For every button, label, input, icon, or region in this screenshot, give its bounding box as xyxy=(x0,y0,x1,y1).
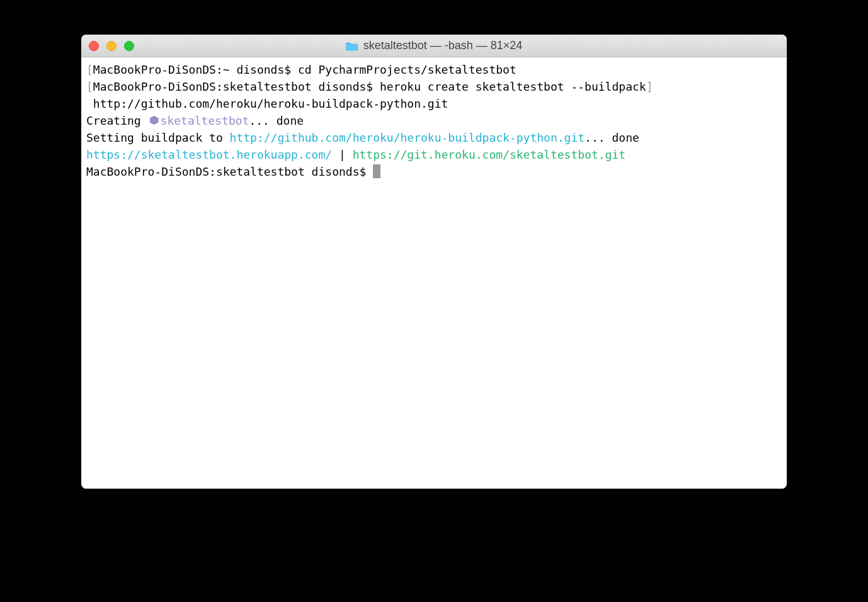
terminal-line: http://github.com/heroku/heroku-buildpac… xyxy=(86,95,782,112)
prompt-text: MacBookPro-DiSonDS:sketaltestbot disonds… xyxy=(86,165,373,178)
separator: | xyxy=(332,148,353,161)
prompt-text: MacBookPro-DiSonDS:sketaltestbot disonds… xyxy=(93,80,380,93)
output-text: Setting buildpack to xyxy=(86,131,230,144)
window-title: sketaltestbot — -bash — 81×24 xyxy=(363,39,523,52)
app-name: sketaltestbot xyxy=(161,114,249,127)
bracket-close: ] xyxy=(646,80,653,93)
folder-icon xyxy=(346,41,358,51)
terminal-line: [MacBookPro-DiSonDS:sketaltestbot disond… xyxy=(86,78,782,95)
terminal-line: MacBookPro-DiSonDS:sketaltestbot disonds… xyxy=(86,163,782,180)
terminal-line: [MacBookPro-DiSonDS:~ disonds$ cd Pychar… xyxy=(86,61,782,78)
titlebar[interactable]: sketaltestbot — -bash — 81×24 xyxy=(81,35,787,57)
terminal-line: Setting buildpack to http://github.com/h… xyxy=(86,129,782,146)
app-url: https://sketaltestbot.herokuapp.com/ xyxy=(86,148,332,161)
output-text: ... done xyxy=(585,131,639,144)
command-text: cd PycharmProjects/sketaltestbot xyxy=(298,63,517,76)
prompt-text: MacBookPro-DiSonDS:~ disonds$ xyxy=(93,63,298,76)
git-url: https://git.heroku.com/sketaltestbot.git xyxy=(353,148,625,161)
output-text: Creating xyxy=(86,114,148,127)
window-title-container: sketaltestbot — -bash — 81×24 xyxy=(346,39,523,52)
terminal-window: sketaltestbot — -bash — 81×24 [MacBookPr… xyxy=(81,35,787,489)
hexagon-icon xyxy=(150,116,159,125)
command-text: heroku create sketaltestbot --buildpack xyxy=(380,80,646,93)
close-button[interactable] xyxy=(89,41,99,51)
bracket-open: [ xyxy=(86,63,93,76)
terminal-line: https://sketaltestbot.herokuapp.com/ | h… xyxy=(86,146,782,163)
bracket-open: [ xyxy=(86,80,93,93)
cursor xyxy=(373,164,380,178)
buildpack-url: http://github.com/heroku/heroku-buildpac… xyxy=(230,131,585,144)
terminal-content[interactable]: [MacBookPro-DiSonDS:~ disonds$ cd Pychar… xyxy=(81,57,787,489)
command-continuation: http://github.com/heroku/heroku-buildpac… xyxy=(86,97,448,110)
terminal-line: Creating sketaltestbot... done xyxy=(86,112,782,129)
output-text: ... done xyxy=(249,114,304,127)
minimize-button[interactable] xyxy=(106,41,117,51)
maximize-button[interactable] xyxy=(124,41,134,51)
traffic-lights xyxy=(89,41,134,51)
